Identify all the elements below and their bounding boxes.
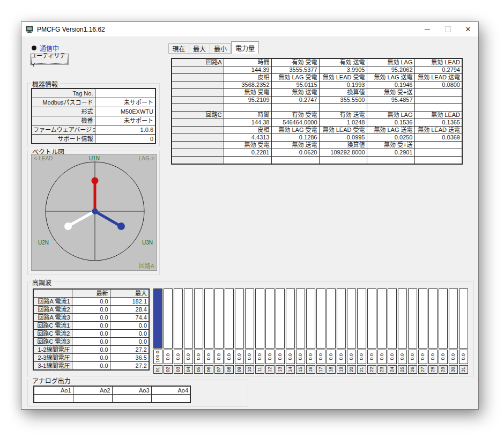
- device-info-value: 未サポート: [95, 98, 155, 107]
- bar-column: 0.008: [225, 288, 234, 374]
- energy-row: 無効 受電無効 送電換算値無効 受+送: [172, 89, 462, 97]
- bar-index-box: 06: [204, 365, 213, 374]
- tab-max[interactable]: 最大: [189, 43, 210, 54]
- bar-value-box: 0.0: [296, 350, 305, 364]
- bar-value-label: 0.0: [431, 353, 435, 360]
- bar-track: [296, 288, 305, 349]
- bar-value-label: 0.0: [176, 353, 181, 360]
- energy-header-cell: 無効 受+送: [367, 89, 414, 97]
- analog-header-cell: Ao3: [112, 386, 151, 395]
- energy-value-cell: [367, 104, 414, 112]
- bar-column: 0.014: [286, 288, 295, 374]
- harmonics-label-cell: 2-3線間電圧: [33, 354, 72, 362]
- tab-energy[interactable]: 電力量: [231, 41, 259, 54]
- harmonics-row: 回路C 電流30.00.0: [33, 338, 149, 346]
- harmonics-header-cell: [33, 289, 72, 298]
- u1-vector-tip: [92, 177, 99, 184]
- tab-current[interactable]: 現在: [168, 43, 189, 54]
- tab-min[interactable]: 最小: [210, 43, 231, 54]
- harmonics-row: 回路C 電流20.00.0: [33, 330, 149, 338]
- bar-value-label: 0.0: [257, 353, 262, 360]
- analog-header-cell: Ao4: [151, 386, 190, 395]
- bar-column: 0.024: [388, 288, 397, 374]
- close-button[interactable]: ✕: [458, 22, 478, 36]
- energy-header-cell: 皮相: [224, 127, 271, 134]
- bar-index-label: 04: [186, 367, 191, 372]
- bar-index-label: 11: [257, 367, 262, 372]
- bar-track: [306, 288, 315, 349]
- bar-index-label: 30: [451, 367, 456, 372]
- energy-value-cell: [414, 149, 462, 157]
- device-info-row: 機番未サポート: [32, 116, 155, 125]
- bar-value-box: 0.0: [428, 350, 438, 364]
- energy-value-cell: [414, 97, 462, 104]
- energy-value-cell: 0.0250: [367, 134, 414, 142]
- energy-value-cell: 0.0800: [414, 82, 462, 89]
- bar-index-label: 27: [420, 367, 425, 372]
- energy-row: 4.43130.12860.09950.02500.0369: [172, 134, 462, 142]
- bar-column: 0.023: [377, 288, 387, 374]
- bar-value-box: 0.0: [194, 350, 203, 364]
- bar-value-box: 0.0: [255, 350, 264, 364]
- energy-value-cell: 95.4857: [367, 97, 414, 104]
- minimize-icon: [425, 29, 430, 29]
- bar-value-label: 0.0: [268, 353, 272, 360]
- bar-value-box: 0.0: [449, 350, 458, 364]
- energy-value-cell: 546464.0000: [271, 119, 319, 127]
- device-info-row: Modbusパスコード未サポート: [32, 98, 155, 107]
- bar-value-box: 0.0: [327, 350, 336, 364]
- bar-value-label: 0.0: [349, 353, 354, 360]
- bar-track: [225, 288, 234, 349]
- bar-index-label: 20: [349, 367, 354, 372]
- harmonics-max-cell: 0.0: [110, 338, 149, 346]
- bar-value-box: 0.0: [184, 350, 193, 364]
- bar-index-label: 16: [308, 367, 313, 372]
- energy-header-cell: 換算値: [319, 89, 367, 97]
- energy-header-cell: 有効 受電: [271, 58, 319, 66]
- bar-index-box: 18: [327, 365, 336, 374]
- bar-index-box: 07: [214, 365, 224, 374]
- bar-index-box: 09: [235, 365, 244, 374]
- energy-header-cell: 無効 送電: [271, 142, 319, 149]
- bar-column: 0.020: [347, 288, 356, 374]
- bar-index-label: 26: [410, 367, 415, 372]
- bar-track: [204, 288, 213, 349]
- bar-value-label: 0.0: [400, 353, 405, 360]
- bar-value-box: 100.0: [153, 350, 162, 364]
- circuit-name-cell: [172, 97, 224, 104]
- bar-value-label: 0.0: [369, 353, 374, 360]
- energy-value-cell: [414, 104, 462, 112]
- harmonics-label-cell: 1-2線間電圧: [33, 346, 72, 354]
- bar-value-label: 0.0: [329, 353, 333, 360]
- minimize-button[interactable]: [417, 22, 438, 36]
- energy-header-cell: 時間: [224, 58, 271, 66]
- energy-row: 無効 受電無効 送電換算値無効 受+送: [172, 142, 462, 149]
- device-info-label: Tag No.: [32, 88, 95, 98]
- energy-table: 回路A時間有効 受電有効 送電無効 LAG無効 LEAD144.393555.5…: [171, 58, 463, 165]
- bar-value-box: 0.0: [377, 350, 387, 364]
- maximize-button[interactable]: [438, 22, 458, 36]
- device-info-value: 未サポート: [95, 116, 155, 125]
- bar-index-box: 12: [265, 365, 275, 374]
- bar-value-label: 0.0: [410, 353, 415, 360]
- bar-track: [316, 288, 325, 349]
- harmonics-row: 回路C 電流10.00.0: [33, 322, 149, 330]
- titlebar[interactable]: PMCFG Version1.16.62 ✕: [21, 22, 478, 36]
- u2-vector: [70, 211, 95, 225]
- utility-button[interactable]: ユーティリティ: [30, 54, 69, 65]
- harmonics-label-cell: 3-1線間電圧: [33, 362, 72, 371]
- harmonics-latest-cell: 0.0: [72, 298, 110, 306]
- bar-track: [276, 288, 285, 349]
- lead-label: <-LEAD: [34, 155, 53, 161]
- energy-value-cell: [414, 157, 462, 165]
- bar-value-box: 0.0: [418, 350, 427, 364]
- harmonics-row: 2-3線間電圧0.036.5: [33, 354, 149, 362]
- bar-index-label: 28: [431, 367, 435, 372]
- bar-track: [449, 288, 458, 349]
- bar-index-label: 08: [227, 367, 232, 372]
- energy-value-cell: [224, 104, 271, 112]
- circuit-name-cell: [172, 149, 224, 157]
- bar-index-box: 11: [255, 365, 264, 374]
- u1n-label: U1N: [89, 155, 100, 161]
- bar-column: 0.021: [357, 288, 366, 374]
